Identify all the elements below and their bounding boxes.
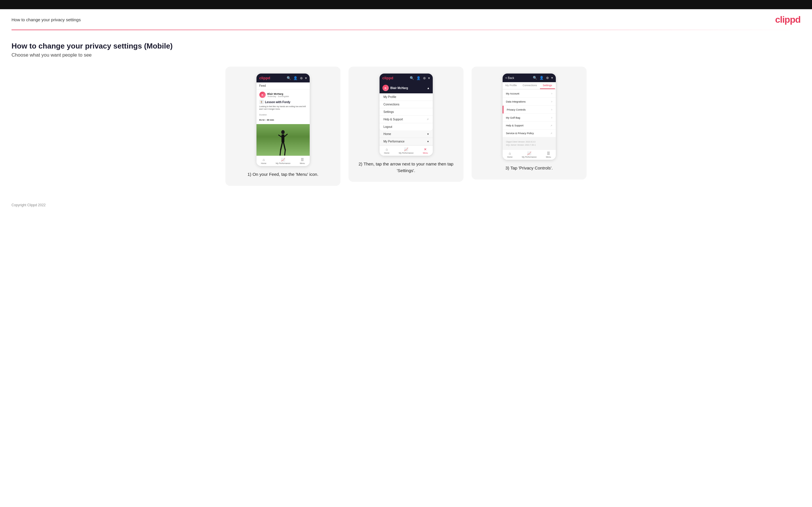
menu-user-left: B Blair McHarg xyxy=(383,85,408,91)
phone-1-navbar: clippd 🔍 👤 ⊕ ▾ xyxy=(256,73,310,82)
menu-connections: Connections xyxy=(379,101,433,108)
menu-chevron-up: ▲ xyxy=(427,87,430,90)
external-icon-service: ↗ xyxy=(550,132,552,135)
user-icon-3: 👤 xyxy=(540,76,544,80)
copyright-text: Copyright Clippd 2022 xyxy=(11,203,46,207)
settings-privacy-controls[interactable]: Privacy Controls › xyxy=(503,106,556,113)
menu-icon-3: ☰ xyxy=(547,151,550,155)
post-username: Blair McHarg xyxy=(267,93,289,95)
home-label-3: Home xyxy=(507,156,513,158)
home-label: Home xyxy=(261,162,266,164)
menu-home-section: Home ▾ xyxy=(379,130,433,138)
performance-label-2: My Performance xyxy=(399,152,413,154)
bottom-home-2: ⌂ Home xyxy=(384,147,390,154)
top-bar xyxy=(0,0,812,9)
settings-my-golf-bag[interactable]: My Golf Bag › xyxy=(503,114,556,121)
golf-image xyxy=(256,124,310,156)
svg-rect-1 xyxy=(282,134,285,143)
step-3-caption: 3) Tap 'Privacy Controls'. xyxy=(506,165,553,171)
back-button[interactable]: < Back xyxy=(506,76,514,79)
performance-icon: 📈 xyxy=(281,158,285,162)
bottom-menu: ☰ Menu xyxy=(300,158,305,164)
menu-icon: ☰ xyxy=(301,158,304,162)
bottom-performance: 📈 My Performance xyxy=(276,158,291,164)
performance-label: My Performance xyxy=(276,162,291,164)
menu-user-header: B Blair McHarg ▲ xyxy=(379,82,433,93)
home-icon-2: ⌂ xyxy=(386,147,388,151)
svg-point-0 xyxy=(281,130,285,134)
phone-2-mockup: clippd 🔍 👤 ⊕ ▾ B Blair McHarg ▲ xyxy=(379,73,433,156)
phone-3-bottom-bar: ⌂ Home 📈 My Performance ☰ Menu xyxy=(503,149,556,160)
svg-line-4 xyxy=(281,143,283,150)
bottom-home: ⌂ Home xyxy=(261,158,266,164)
home-label-2: Home xyxy=(384,152,390,154)
phone-3-nav-icons: 🔍 👤 ⊕ ▾ xyxy=(533,76,553,80)
phone-1-mockup: clippd 🔍 👤 ⊕ ▾ Feed B xyxy=(256,73,310,166)
menu-label-2: Menu xyxy=(423,152,428,154)
tab-settings[interactable]: Settings xyxy=(540,82,555,89)
phone-2-bottom-bar: ⌂ Home 📈 My Performance ✕ Menu xyxy=(379,145,433,156)
bottom-home-3: ⌂ Home xyxy=(507,151,513,158)
step-2-caption: 2) Then, tap the arrow next to your name… xyxy=(355,161,457,174)
step-3-card: < Back 🔍 👤 ⊕ ▾ My Profile Connections Se… xyxy=(471,67,587,179)
lesson-title: Lesson with Fordy xyxy=(265,101,291,104)
menu-logout: Logout xyxy=(379,123,433,130)
menu-my-profile: My Profile xyxy=(379,93,433,101)
phone-1-logo: clippd xyxy=(259,76,270,80)
external-icon-help: ↗ xyxy=(550,124,552,127)
feed-tab: Feed xyxy=(256,82,310,89)
settings-icon: ⊕ xyxy=(300,76,303,80)
settings-icon-3: ⊕ xyxy=(546,76,549,80)
menu-settings: Settings xyxy=(379,108,433,116)
settings-tabs: My Profile Connections Settings xyxy=(503,82,556,89)
tab-my-profile[interactable]: My Profile xyxy=(503,82,520,89)
header: How to change your privacy settings clip… xyxy=(0,9,812,25)
menu-user-avatar: B xyxy=(383,85,389,91)
chevron-privacy: › xyxy=(551,108,552,111)
tab-connections[interactable]: Connections xyxy=(520,82,540,89)
user-icon: 👤 xyxy=(293,76,298,80)
performance-icon-3: 📈 xyxy=(527,151,531,155)
search-icon: 🔍 xyxy=(287,76,291,80)
chevron-down-icon-2: ▾ xyxy=(428,76,430,80)
search-icon-2: 🔍 xyxy=(410,76,414,80)
step-2-card: clippd 🔍 👤 ⊕ ▾ B Blair McHarg ▲ xyxy=(349,67,463,182)
chevron-golf-bag: › xyxy=(551,116,552,119)
chevron-integrations: › xyxy=(551,100,552,103)
settings-my-account[interactable]: My Account › xyxy=(503,90,556,97)
header-title: How to change your privacy settings xyxy=(11,17,81,22)
user-icon-2: 👤 xyxy=(416,76,421,80)
phone-2-navbar: clippd 🔍 👤 ⊕ ▾ xyxy=(379,73,433,82)
step-1-caption: 1) On your Feed, tap the 'Menu' icon. xyxy=(248,171,318,178)
phone-3-mockup: < Back 🔍 👤 ⊕ ▾ My Profile Connections Se… xyxy=(503,73,556,160)
settings-data-integrations[interactable]: Data Integrations › xyxy=(503,98,556,105)
external-icon: ↗ xyxy=(427,118,429,121)
settings-service-privacy[interactable]: Service & Privacy Policy ↗ xyxy=(503,129,556,137)
phone-2-logo: clippd xyxy=(383,76,393,80)
svg-line-6 xyxy=(280,150,281,155)
logo: clippd xyxy=(775,14,801,25)
phone-2-nav-icons: 🔍 👤 ⊕ ▾ xyxy=(410,76,430,80)
chevron-down-icon: ▾ xyxy=(305,76,307,80)
menu-label: Menu xyxy=(300,162,305,164)
settings-version-info: Clippd Client Version: 2022.8.3-3 GQL Se… xyxy=(503,137,556,149)
lesson-header: 🏌 Lesson with Fordy xyxy=(259,100,307,104)
duration-value: 01 hr : 30 min xyxy=(259,119,274,121)
footer: Copyright Clippd 2022 xyxy=(0,186,812,213)
duration-section: Duration 01 hr : 30 min xyxy=(259,111,307,122)
chevron-icon-3: ▾ xyxy=(551,76,553,80)
chevron-account: › xyxy=(551,92,552,95)
menu-dropdown: My Profile Connections Settings Help & S… xyxy=(379,93,433,130)
home-icon: ⌂ xyxy=(262,158,264,162)
svg-line-5 xyxy=(284,143,285,150)
menu-performance-section: My Performance ▾ xyxy=(379,138,433,145)
step-1-card: clippd 🔍 👤 ⊕ ▾ Feed B xyxy=(225,67,341,186)
main-content: How to change your privacy settings (Mob… xyxy=(0,30,812,186)
page-title: How to change your privacy settings (Mob… xyxy=(11,42,801,51)
settings-help-support[interactable]: Help & Support ↗ xyxy=(503,122,556,129)
menu-user-name: Blair McHarg xyxy=(391,87,408,90)
settings-icon-2: ⊕ xyxy=(423,76,426,80)
post-meta: Yesterday · Sunningdale xyxy=(267,95,289,97)
home-icon-3: ⌂ xyxy=(509,151,511,155)
settings-body: My Account › Data Integrations › Privacy… xyxy=(503,90,556,149)
